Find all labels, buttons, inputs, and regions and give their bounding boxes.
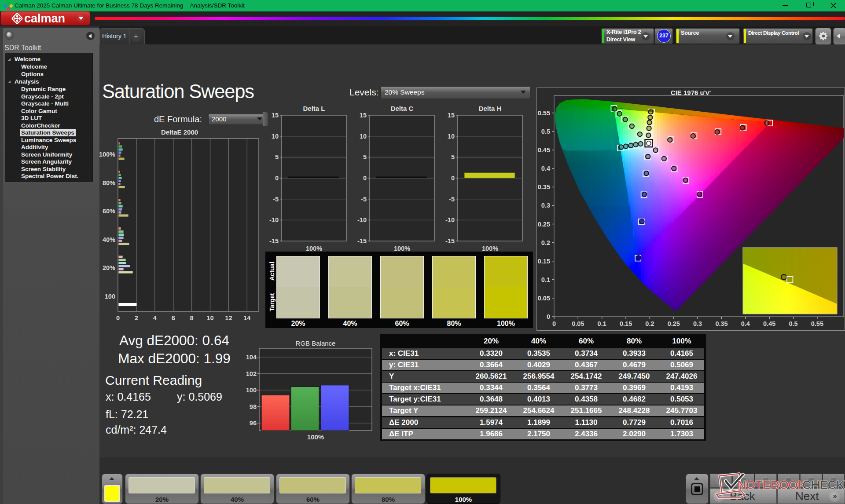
svg-text:Delta H: Delta H <box>479 105 502 112</box>
svg-text:100%: 100% <box>394 245 410 252</box>
svg-text:0: 0 <box>451 175 455 182</box>
svg-text:0.2: 0.2 <box>541 239 550 246</box>
svg-text:-15: -15 <box>445 237 455 245</box>
svg-text:0.1: 0.1 <box>598 320 606 327</box>
svg-text:98: 98 <box>250 403 257 410</box>
svg-text:-15: -15 <box>269 237 279 245</box>
svg-text:10: 10 <box>448 133 455 140</box>
svg-text:0.55: 0.55 <box>811 320 823 327</box>
svg-text:102: 102 <box>246 370 257 377</box>
svg-text:Delta C: Delta C <box>391 105 414 112</box>
svg-text:-5: -5 <box>449 196 455 203</box>
svg-text:RGB Balance: RGB Balance <box>296 340 336 347</box>
svg-text:60%: 60% <box>103 208 115 215</box>
svg-text:40%: 40% <box>103 236 115 243</box>
svg-text:6: 6 <box>172 314 175 321</box>
svg-text:0.2: 0.2 <box>645 320 654 327</box>
svg-text:4: 4 <box>153 314 157 321</box>
svg-text:0: 0 <box>363 175 367 182</box>
svg-text:104: 104 <box>246 354 257 361</box>
svg-text:10: 10 <box>206 314 213 321</box>
svg-text:2: 2 <box>135 314 138 321</box>
svg-text:-5: -5 <box>361 196 367 203</box>
svg-text:0.35: 0.35 <box>715 320 727 327</box>
svg-text:0.3: 0.3 <box>541 202 550 209</box>
svg-text:0.5: 0.5 <box>789 320 797 327</box>
svg-text:8: 8 <box>190 314 194 321</box>
svg-text:0.05: 0.05 <box>538 295 550 302</box>
svg-text:0.55: 0.55 <box>538 110 550 117</box>
svg-text:0.45: 0.45 <box>763 320 775 327</box>
svg-text:DeltaE 2000: DeltaE 2000 <box>161 128 198 136</box>
svg-text:14: 14 <box>243 314 250 321</box>
svg-text:12: 12 <box>225 314 232 321</box>
svg-text:-10: -10 <box>445 216 455 223</box>
svg-text:0.45: 0.45 <box>538 146 550 153</box>
svg-text:-5: -5 <box>273 196 279 203</box>
svg-text:100%: 100% <box>99 151 115 158</box>
svg-text:NOTEBOOK: NOTEBOOK <box>737 478 807 492</box>
svg-text:5: 5 <box>275 153 279 161</box>
svg-text:0.4: 0.4 <box>741 320 750 327</box>
svg-text:0.15: 0.15 <box>620 320 632 327</box>
svg-text:5: 5 <box>451 153 455 161</box>
svg-text:100%: 100% <box>482 245 498 252</box>
svg-text:15: 15 <box>272 112 279 119</box>
svg-text:80%: 80% <box>103 179 115 186</box>
svg-text:0.15: 0.15 <box>538 258 550 265</box>
svg-text:96: 96 <box>250 420 257 427</box>
svg-text:0.05: 0.05 <box>572 320 584 327</box>
svg-text:5: 5 <box>363 153 367 161</box>
svg-text:0: 0 <box>275 175 279 182</box>
svg-text:0: 0 <box>552 320 556 327</box>
svg-text:Delta L: Delta L <box>303 105 325 112</box>
svg-text:-10: -10 <box>269 216 279 223</box>
svg-text:0: 0 <box>547 313 550 320</box>
svg-text:100%: 100% <box>306 245 322 252</box>
svg-text:10: 10 <box>360 133 367 140</box>
svg-text:-10: -10 <box>357 216 367 223</box>
svg-text:0.5: 0.5 <box>541 128 550 135</box>
svg-text:100: 100 <box>246 387 257 394</box>
svg-text:0: 0 <box>116 314 120 321</box>
svg-text:15: 15 <box>360 112 367 119</box>
svg-text:0.3: 0.3 <box>693 320 702 327</box>
svg-text:CHECK: CHECK <box>802 478 845 492</box>
svg-text:0.25: 0.25 <box>668 320 680 327</box>
svg-text:10: 10 <box>272 133 279 140</box>
svg-text:0.4: 0.4 <box>541 165 550 172</box>
svg-text:0.1: 0.1 <box>541 276 550 283</box>
svg-text:0.25: 0.25 <box>538 221 550 228</box>
svg-text:20%: 20% <box>103 264 115 271</box>
svg-text:0.35: 0.35 <box>538 183 550 190</box>
svg-text:15: 15 <box>448 112 455 119</box>
svg-text:100%: 100% <box>307 433 324 440</box>
svg-text:-15: -15 <box>357 237 367 245</box>
svg-text:100: 100 <box>105 293 115 300</box>
